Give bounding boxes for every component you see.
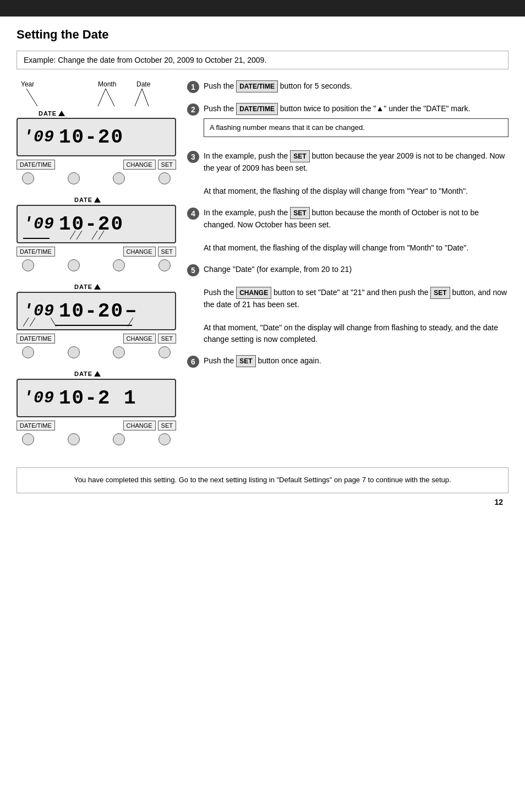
circle-btn-2d[interactable] — [158, 259, 171, 271]
step-4: 4 In the example, push the SET button be… — [187, 207, 508, 254]
example-label: Example: — [24, 56, 56, 64]
underline-date-3 — [55, 325, 132, 326]
date-mark-1: DATE — [39, 110, 57, 117]
circle-btn-4a[interactable] — [22, 433, 34, 445]
svg-marker-5 — [58, 111, 65, 116]
set-btn-label-2[interactable]: SET — [158, 247, 176, 257]
svg-line-1 — [98, 89, 106, 106]
svg-line-14 — [51, 318, 56, 326]
change-btn-label-4[interactable]: CHANGE — [123, 421, 156, 430]
step-3: 3 In the example, push the SET button be… — [187, 150, 508, 197]
display-screen-1: '09 10-20 — [17, 118, 176, 156]
step-2: 2 Push the DATE/TIME button twice to pos… — [187, 103, 508, 140]
circle-btn-row-3 — [17, 345, 176, 358]
circle-btn-row-2 — [17, 258, 176, 271]
step-num-2: 2 — [187, 103, 199, 116]
svg-line-4 — [142, 89, 149, 106]
change-btn-label-1[interactable]: CHANGE — [123, 160, 156, 170]
display-year-1: '09 — [23, 128, 54, 146]
circle-btn-3a[interactable] — [22, 346, 34, 358]
change-btn-label-2[interactable]: CHANGE — [123, 247, 156, 257]
svg-line-0 — [26, 89, 37, 106]
set-inline-6: SET — [236, 355, 255, 367]
datetime-btn-label-4[interactable]: DATE/TIME — [17, 421, 55, 430]
change-inline-5: CHANGE — [236, 287, 271, 299]
button-row-3: DATE/TIME CHANGE SET — [17, 334, 176, 344]
display-screen-2: '09 10-20 — [17, 205, 176, 243]
svg-line-13 — [30, 318, 35, 326]
datetime-btn-label-3[interactable]: DATE/TIME — [17, 334, 55, 344]
diag-lines-3-year — [23, 317, 51, 328]
svg-line-3 — [135, 89, 142, 106]
svg-line-2 — [106, 89, 114, 106]
left-column: Year Month Date — [17, 80, 176, 456]
set-btn-label-4[interactable]: SET — [158, 421, 176, 430]
step-text-3: In the example, push the SET button beca… — [204, 150, 508, 197]
circle-btn-3d[interactable] — [158, 346, 171, 358]
datetime-inline-1: DATE/TIME — [236, 80, 278, 92]
device-section-1: Year Month Date — [17, 80, 176, 184]
circle-btn-2c[interactable] — [113, 259, 125, 271]
date-mark-4: DATE — [74, 370, 92, 377]
step-text-4: In the example, push the SET button beca… — [204, 207, 508, 254]
circle-btn-4c[interactable] — [113, 433, 125, 445]
button-row-4: DATE/TIME CHANGE SET — [17, 421, 176, 430]
button-row-1: DATE/TIME CHANGE SET — [17, 160, 176, 170]
step-5: 5 Change "Date" (for example, from 20 to… — [187, 264, 508, 345]
circle-btn-1d[interactable] — [158, 172, 171, 184]
step-text-5: Change "Date" (for example, from 20 to 2… — [204, 264, 508, 345]
circle-btn-3b[interactable] — [68, 346, 80, 358]
circle-btn-2a[interactable] — [22, 259, 34, 271]
set-btn-label-1[interactable]: SET — [158, 160, 176, 170]
step-num-5: 5 — [187, 264, 199, 276]
circle-btn-3c[interactable] — [113, 346, 125, 358]
datetime-btn-label-1[interactable]: DATE/TIME — [17, 160, 55, 170]
bottom-note-text: You have completed this setting. Go to t… — [74, 476, 451, 484]
top-bar — [0, 0, 525, 17]
device-section-2: DATE '09 10-20 — [17, 195, 176, 271]
date-mark-2: DATE — [74, 197, 92, 203]
date-label-top: Date — [136, 80, 150, 88]
date-mark-3: DATE — [74, 284, 92, 290]
bottom-note: You have completed this setting. Go to t… — [17, 467, 508, 493]
circle-btn-row-1 — [17, 171, 176, 184]
circle-btn-4b[interactable] — [68, 433, 80, 445]
year-label: Year — [21, 80, 34, 88]
set-inline-5: SET — [430, 287, 450, 299]
display-year-2: '09 — [23, 215, 54, 233]
display-year-4: '09 — [23, 389, 54, 407]
circle-btn-1b[interactable] — [68, 172, 80, 184]
change-btn-label-3[interactable]: CHANGE — [123, 334, 156, 344]
step-6: 6 Push the SET button once again. — [187, 355, 508, 368]
step-text-1: Push the DATE/TIME button for 5 seconds. — [204, 80, 508, 92]
display-date-3: 10-20 — [59, 300, 124, 323]
circle-btn-4d[interactable] — [158, 433, 171, 445]
example-box: Example: Change the date from October 20… — [17, 51, 508, 69]
step-num-6: 6 — [187, 356, 199, 368]
device-section-4: DATE '09 10-2 1 DATE/TIME CHANGE SET — [17, 369, 176, 445]
svg-marker-6 — [94, 197, 101, 203]
circle-btn-2b[interactable] — [68, 259, 80, 271]
triangle-2 — [94, 195, 101, 204]
circle-btn-1c[interactable] — [113, 172, 125, 184]
svg-line-12 — [23, 318, 29, 326]
month-label: Month — [98, 80, 116, 88]
flashing-note: A flashing number means that it can be c… — [204, 118, 508, 137]
example-text: Change the date from October 20, 2009 to… — [58, 56, 266, 64]
display-date-1: 10-20 — [59, 126, 124, 149]
svg-line-10 — [99, 231, 104, 239]
datetime-btn-label-2[interactable]: DATE/TIME — [17, 247, 55, 257]
diag-corner-right-3 — [128, 317, 139, 328]
display-screen-4: '09 10-2 1 — [17, 379, 176, 417]
svg-line-7 — [70, 231, 75, 239]
step-text-2: Push the DATE/TIME button twice to posit… — [204, 103, 508, 140]
page-title: Setting the Date — [17, 28, 508, 42]
set-btn-label-3[interactable]: SET — [158, 334, 176, 344]
step-num-1: 1 — [187, 81, 199, 93]
triangle-1 — [58, 109, 65, 118]
svg-line-8 — [76, 231, 82, 239]
set-inline-3: SET — [290, 150, 309, 162]
circle-btn-1a[interactable] — [22, 172, 34, 184]
right-column: 1 Push the DATE/TIME button for 5 second… — [187, 80, 508, 456]
triangle-4 — [94, 369, 101, 378]
